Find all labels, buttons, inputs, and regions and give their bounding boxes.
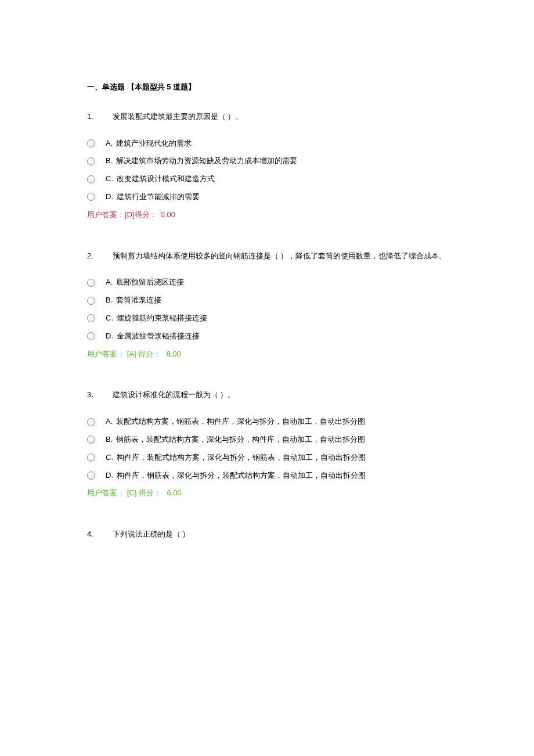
question-stem: 2. 预制剪力墙结构体系使用较多的竖向钢筋连接是（ ），降低了套筒的使用数量，也… bbox=[87, 250, 447, 262]
question-2: 2. 预制剪力墙结构体系使用较多的竖向钢筋连接是（ ），降低了套筒的使用数量，也… bbox=[87, 250, 447, 361]
radio-icon[interactable] bbox=[87, 435, 95, 444]
option-a[interactable]: A. 建筑产业现代化的需求 bbox=[87, 138, 447, 150]
question-3: 3. 建筑设计标准化的流程一般为（ ）。 A. 装配式结构方案，钢筋表，构件库，… bbox=[87, 389, 447, 499]
option-text: 改变建筑设计模式和建造方式 bbox=[117, 173, 215, 185]
question-number: 2. bbox=[87, 250, 110, 262]
option-label: A. bbox=[106, 276, 113, 289]
score-label: 得分： bbox=[139, 488, 161, 497]
radio-icon[interactable] bbox=[87, 314, 95, 322]
option-text: 底部预留后浇区连接 bbox=[116, 276, 184, 289]
option-c[interactable]: C. 螺旋箍筋约束浆锚搭接连接 bbox=[87, 312, 447, 325]
option-text: 构件库，装配式结构方案，深化与拆分，钢筋表，自动加工，自动出拆分图 bbox=[117, 452, 366, 464]
option-label: D. bbox=[106, 470, 113, 482]
score-value: 6.00 bbox=[167, 488, 182, 497]
option-text: 套筒灌浆连接 bbox=[116, 294, 161, 307]
answer-code: [D] bbox=[125, 210, 135, 219]
score-label: 得分： bbox=[138, 350, 161, 358]
option-a[interactable]: A. 底部预留后浇区连接 bbox=[87, 276, 447, 289]
question-stem: 4. 下列说法正确的是（ ） bbox=[87, 528, 447, 541]
answer-prefix: 用户答案： bbox=[87, 488, 125, 497]
question-number: 1. bbox=[87, 111, 110, 123]
question-text: 发展装配式建筑最主要的原因是（ ）。 bbox=[113, 112, 243, 121]
option-label: A. bbox=[106, 138, 113, 150]
radio-icon[interactable] bbox=[87, 453, 95, 462]
option-label: B. bbox=[106, 294, 113, 307]
question-number: 4. bbox=[87, 528, 110, 541]
option-label: D. bbox=[106, 191, 113, 203]
option-label: B. bbox=[106, 434, 113, 446]
option-c[interactable]: C. 改变建筑设计模式和建造方式 bbox=[87, 173, 447, 185]
user-answer-line: 用户答案： [C] 得分： 6.00 bbox=[87, 487, 447, 499]
option-text: 建筑行业节能减排的需要 bbox=[117, 191, 200, 203]
option-label: C. bbox=[106, 173, 113, 185]
option-b[interactable]: B. 套筒灌浆连接 bbox=[87, 294, 447, 307]
question-stem: 1. 发展装配式建筑最主要的原因是（ ）。 bbox=[87, 111, 447, 123]
radio-icon[interactable] bbox=[87, 157, 95, 165]
option-d[interactable]: D. 构件库，钢筋表，深化与拆分，装配式结构方案，自动加工，自动出拆分图 bbox=[87, 470, 447, 482]
option-text: 解决建筑市场劳动力资源短缺及劳动力成本增加的需要 bbox=[116, 155, 297, 167]
user-answer-line: 用户答案： [A] 得分： 6.00 bbox=[87, 348, 447, 361]
score-label: 得分： bbox=[135, 210, 157, 219]
option-d[interactable]: D. 建筑行业节能减排的需要 bbox=[87, 191, 447, 203]
user-answer-line: 用户答案：[D]得分：0.00 bbox=[87, 209, 447, 221]
section-title: 一、单选题 【本题型共 5 道题】 bbox=[87, 81, 447, 93]
option-label: D. bbox=[106, 330, 113, 343]
radio-icon[interactable] bbox=[87, 279, 95, 287]
option-d[interactable]: D. 金属波纹管浆锚搭接连接 bbox=[87, 330, 447, 343]
question-text: 下列说法正确的是（ ） bbox=[113, 530, 190, 538]
radio-icon[interactable] bbox=[87, 175, 95, 183]
answer-prefix: 用户答案： bbox=[87, 210, 125, 219]
answer-code: [C] bbox=[127, 488, 137, 497]
option-label: A. bbox=[106, 416, 113, 428]
option-text: 螺旋箍筋约束浆锚搭接连接 bbox=[117, 312, 207, 325]
question-text: 预制剪力墙结构体系使用较多的竖向钢筋连接是（ ），降低了套筒的使用数量，也降低了… bbox=[113, 251, 447, 260]
question-number: 3. bbox=[87, 389, 110, 401]
radio-icon[interactable] bbox=[87, 139, 95, 147]
option-text: 金属波纹管浆锚搭接连接 bbox=[117, 330, 200, 343]
option-label: C. bbox=[106, 312, 113, 325]
option-text: 钢筋表，装配式结构方案，深化与拆分，构件库，自动加工，自动出拆分图 bbox=[116, 434, 365, 446]
option-c[interactable]: C. 构件库，装配式结构方案，深化与拆分，钢筋表，自动加工，自动出拆分图 bbox=[87, 452, 447, 464]
option-label: C. bbox=[106, 452, 113, 464]
question-stem: 3. 建筑设计标准化的流程一般为（ ）。 bbox=[87, 389, 447, 401]
option-label: B. bbox=[106, 155, 113, 167]
radio-icon[interactable] bbox=[87, 297, 95, 305]
score-value: 0.00 bbox=[161, 210, 175, 219]
radio-icon[interactable] bbox=[87, 193, 95, 201]
radio-icon[interactable] bbox=[87, 471, 95, 480]
answer-prefix: 用户答案： bbox=[87, 350, 125, 358]
radio-icon[interactable] bbox=[87, 418, 95, 426]
question-1: 1. 发展装配式建筑最主要的原因是（ ）。 A. 建筑产业现代化的需求 B. 解… bbox=[87, 111, 447, 221]
question-4: 4. 下列说法正确的是（ ） bbox=[87, 528, 447, 541]
question-text: 建筑设计标准化的流程一般为（ ）。 bbox=[113, 390, 236, 399]
option-b[interactable]: B. 钢筋表，装配式结构方案，深化与拆分，构件库，自动加工，自动出拆分图 bbox=[87, 434, 447, 446]
option-text: 构件库，钢筋表，深化与拆分，装配式结构方案，自动加工，自动出拆分图 bbox=[117, 470, 366, 482]
option-text: 装配式结构方案，钢筋表，构件库，深化与拆分，自动加工，自动出拆分图 bbox=[116, 416, 365, 428]
option-text: 建筑产业现代化的需求 bbox=[116, 138, 192, 150]
answer-code: [A] bbox=[127, 350, 136, 358]
option-b[interactable]: B. 解决建筑市场劳动力资源短缺及劳动力成本增加的需要 bbox=[87, 155, 447, 167]
radio-icon[interactable] bbox=[87, 332, 95, 340]
option-a[interactable]: A. 装配式结构方案，钢筋表，构件库，深化与拆分，自动加工，自动出拆分图 bbox=[87, 416, 447, 428]
score-value: 6.00 bbox=[167, 350, 181, 358]
